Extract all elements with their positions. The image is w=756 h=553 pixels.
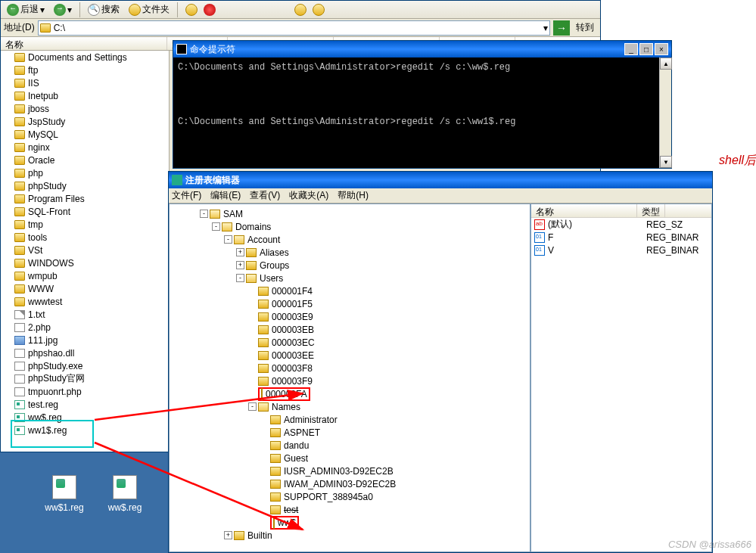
expand-icon[interactable]: + bbox=[236, 248, 244, 256]
tree-node[interactable]: +Aliases bbox=[200, 246, 530, 259]
tree-node[interactable]: IWAM_ADMIN03-D92EC2B bbox=[200, 477, 530, 490]
tree-node[interactable]: 000003F8 bbox=[200, 362, 530, 374]
file-row[interactable]: wmpub bbox=[1, 269, 169, 282]
file-row[interactable]: phpshao.dll bbox=[1, 346, 169, 359]
tree-node[interactable]: 000001F4 bbox=[200, 284, 530, 297]
registry-values[interactable]: 名称 类型 (默认)REG_SZFREG_BINARVREG_BINAR bbox=[530, 203, 712, 552]
file-row[interactable]: WWW bbox=[1, 282, 169, 295]
file-row[interactable]: 111.jpg bbox=[1, 334, 169, 346]
menu-item[interactable]: 文件(F) bbox=[172, 189, 201, 202]
file-row[interactable]: Documents and Settings bbox=[1, 51, 169, 64]
tree-node[interactable]: 000003EE bbox=[200, 349, 530, 362]
value-row[interactable]: FREG_BINAR bbox=[531, 231, 711, 244]
cmd-titlebar[interactable]: 命令提示符 _ □ × bbox=[173, 41, 671, 57]
menu-item[interactable]: 查看(V) bbox=[250, 189, 280, 202]
tree-node[interactable]: 000003EC bbox=[200, 336, 530, 349]
value-row[interactable]: (默认)REG_SZ bbox=[531, 218, 711, 231]
file-row[interactable]: phpStudy.exe bbox=[1, 359, 169, 372]
forward-button[interactable]: ▾ bbox=[51, 3, 75, 17]
folders-button[interactable]: 文件夹 bbox=[126, 2, 173, 17]
value-row[interactable]: VREG_BINAR bbox=[531, 244, 711, 256]
file-row[interactable]: jboss bbox=[1, 102, 169, 115]
menu-item[interactable]: 编辑(E) bbox=[210, 189, 241, 202]
file-row[interactable]: ftp bbox=[1, 64, 169, 76]
file-row[interactable]: phpStudy bbox=[1, 179, 169, 192]
tree-node[interactable]: test bbox=[200, 503, 530, 516]
tree-node[interactable]: -SAM bbox=[200, 207, 530, 220]
col-value-type[interactable]: 类型 bbox=[637, 204, 665, 217]
tree-node[interactable]: SUPPORT_388945a0 bbox=[200, 490, 530, 503]
file-row[interactable]: php bbox=[1, 166, 169, 179]
views-icon[interactable] bbox=[185, 4, 198, 16]
file-row[interactable]: JspStudy bbox=[1, 115, 169, 128]
tree-node[interactable]: 000003EB bbox=[200, 323, 530, 336]
tree-node[interactable]: 000003FA bbox=[200, 387, 530, 400]
tree-node[interactable]: dandu bbox=[200, 439, 530, 452]
scroll-down-icon[interactable]: ▼ bbox=[660, 156, 672, 168]
desktop[interactable]: ww$1.reg ww$.reg bbox=[0, 452, 169, 553]
tree-node[interactable]: 000003E9 bbox=[200, 310, 530, 323]
file-row[interactable]: wwwtest bbox=[1, 295, 169, 308]
file-row[interactable]: IIS bbox=[1, 76, 169, 89]
tree-node[interactable]: IUSR_ADMIN03-D92EC2B bbox=[200, 464, 530, 477]
file-row[interactable]: VSt bbox=[1, 244, 169, 256]
tree-node[interactable]: -Names bbox=[200, 400, 530, 413]
cmd-scrollbar[interactable]: ▲ ▼ bbox=[659, 57, 671, 168]
tree-label: Aliases bbox=[260, 247, 289, 258]
tree-node[interactable]: Guest bbox=[200, 452, 530, 464]
col-value-name[interactable]: 名称 bbox=[531, 204, 637, 217]
tree-node[interactable]: -Users bbox=[200, 272, 530, 284]
tree-node[interactable]: -Account bbox=[200, 233, 530, 246]
search-button[interactable]: 搜索 bbox=[85, 2, 123, 17]
menu-item[interactable]: 收藏夹(A) bbox=[289, 189, 328, 202]
minimize-button[interactable]: _ bbox=[624, 43, 638, 55]
regedit-titlebar[interactable]: 注册表编辑器 bbox=[169, 172, 712, 188]
file-row[interactable]: SQL-Front bbox=[1, 205, 169, 218]
scroll-up-icon[interactable]: ▲ bbox=[660, 57, 672, 70]
tree-node[interactable]: +Groups bbox=[200, 259, 530, 272]
col-name[interactable]: 名称 bbox=[1, 37, 167, 50]
file-row[interactable]: MySQL bbox=[1, 128, 169, 141]
go-button[interactable]: → bbox=[553, 20, 570, 36]
file-row[interactable]: tmpuonrt.php bbox=[1, 385, 169, 398]
stop-icon[interactable] bbox=[204, 4, 216, 16]
tool-icon[interactable] bbox=[313, 4, 325, 16]
tree-node[interactable]: Administrator bbox=[200, 413, 530, 426]
tree-node[interactable]: ww$ bbox=[200, 516, 530, 529]
file-row[interactable]: test.reg bbox=[1, 398, 169, 411]
collapse-icon[interactable]: - bbox=[236, 274, 244, 282]
file-list[interactable]: Documents and SettingsftpIISInetpubjboss… bbox=[1, 51, 170, 452]
collapse-icon[interactable]: - bbox=[224, 235, 232, 244]
expand-icon[interactable]: + bbox=[224, 531, 232, 539]
tree-node[interactable]: 000003F9 bbox=[200, 374, 530, 387]
file-row[interactable]: Inetpub bbox=[1, 89, 169, 102]
registry-tree[interactable]: -SAM-Domains-Account+Aliases+Groups-User… bbox=[169, 203, 530, 552]
collapse-icon[interactable]: - bbox=[200, 210, 208, 218]
desktop-icon[interactable]: ww$1.reg bbox=[38, 475, 91, 513]
tree-node[interactable]: -Domains bbox=[200, 220, 530, 233]
tree-node[interactable]: 000001F5 bbox=[200, 297, 530, 310]
collapse-icon[interactable]: - bbox=[248, 402, 257, 411]
file-row[interactable]: phpStudy官网 bbox=[1, 372, 169, 385]
file-row[interactable]: 1.txt bbox=[1, 308, 169, 321]
menu-item[interactable]: 帮助(H) bbox=[338, 189, 369, 202]
file-row[interactable]: Oracle bbox=[1, 154, 169, 166]
desktop-icon[interactable]: ww$.reg bbox=[98, 475, 151, 513]
tree-node[interactable]: ASPNET bbox=[200, 426, 530, 439]
close-button[interactable]: × bbox=[655, 43, 668, 55]
dropdown-icon[interactable]: ▾ bbox=[543, 23, 548, 33]
file-row[interactable]: WINDOWS bbox=[1, 256, 169, 269]
expand-icon[interactable]: + bbox=[236, 261, 244, 269]
file-row[interactable]: tmp bbox=[1, 218, 169, 231]
address-input[interactable]: C:\ ▾ bbox=[38, 20, 550, 36]
maximize-button[interactable]: □ bbox=[639, 43, 653, 55]
tool-icon[interactable] bbox=[294, 4, 306, 16]
back-button[interactable]: 后退 ▾ bbox=[4, 2, 48, 17]
file-row[interactable]: tools bbox=[1, 231, 169, 244]
tree-node[interactable]: +Builtin bbox=[200, 529, 530, 542]
file-row[interactable]: nginx bbox=[1, 141, 169, 154]
file-row[interactable]: 2.php bbox=[1, 321, 169, 334]
collapse-icon[interactable]: - bbox=[212, 222, 220, 231]
file-row[interactable]: Program Files bbox=[1, 192, 169, 205]
cmd-output[interactable]: C:\Documents and Settings\Administrator>… bbox=[173, 57, 671, 186]
